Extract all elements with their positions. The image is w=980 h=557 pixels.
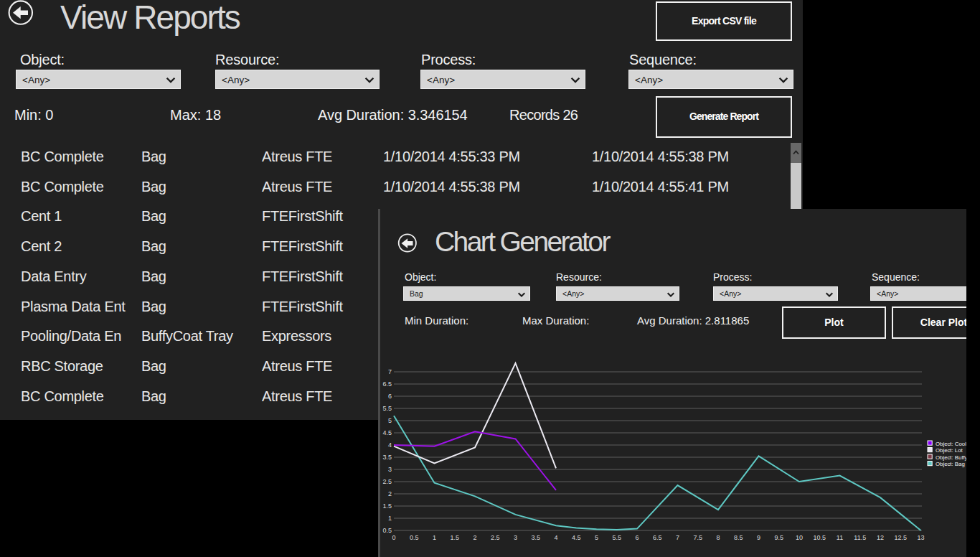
svg-text:7.5: 7.5 (694, 534, 703, 541)
svg-text:1.5: 1.5 (382, 502, 392, 510)
svg-text:6: 6 (388, 393, 392, 400)
svg-text:5: 5 (595, 534, 598, 541)
svg-text:0.5: 0.5 (410, 534, 419, 541)
svg-text:6: 6 (635, 534, 639, 541)
svg-text:3.5: 3.5 (532, 534, 541, 541)
svg-text:8.5: 8.5 (734, 534, 743, 541)
svg-text:Object: BuffyC: Object: BuffyC (936, 454, 966, 461)
svg-text:5.5: 5.5 (382, 405, 392, 412)
svg-text:7: 7 (388, 368, 392, 375)
svg-text:4.5: 4.5 (572, 534, 581, 541)
svg-text:12.5: 12.5 (894, 534, 907, 541)
svg-text:Object: Bag: Object: Bag (936, 461, 965, 467)
svg-text:12: 12 (877, 534, 884, 541)
svg-text:9: 9 (757, 534, 760, 541)
svg-text:0.5: 0.5 (382, 527, 392, 534)
svg-text:7: 7 (676, 534, 679, 541)
svg-text:1.5: 1.5 (451, 534, 460, 541)
svg-text:3.5: 3.5 (382, 454, 392, 461)
svg-text:4.5: 4.5 (382, 429, 392, 436)
svg-text:11: 11 (837, 534, 843, 541)
svg-text:8: 8 (716, 534, 720, 541)
svg-text:2.5: 2.5 (382, 478, 392, 485)
svg-text:4: 4 (388, 441, 392, 449)
svg-text:4: 4 (554, 534, 557, 541)
svg-text:6.5: 6.5 (653, 534, 662, 541)
svg-text:13: 13 (917, 534, 924, 541)
svg-text:2: 2 (388, 490, 392, 497)
svg-text:9.5: 9.5 (775, 534, 784, 541)
svg-text:6.5: 6.5 (382, 380, 392, 388)
svg-text:3: 3 (388, 466, 392, 473)
svg-text:3: 3 (514, 534, 517, 541)
svg-text:1: 1 (388, 515, 392, 522)
svg-text:10: 10 (796, 534, 803, 541)
svg-text:5.5: 5.5 (613, 534, 622, 541)
svg-text:2: 2 (473, 534, 476, 541)
svg-text:11.5: 11.5 (854, 534, 866, 541)
svg-text:Object: Lot: Object: Lot (936, 447, 963, 454)
svg-text:1: 1 (433, 534, 436, 541)
svg-text:0: 0 (392, 534, 395, 541)
svg-text:10.5: 10.5 (813, 534, 826, 541)
svg-text:5: 5 (388, 417, 392, 424)
svg-text:2.5: 2.5 (491, 534, 500, 541)
svg-text:Object: Coole: Object: Coole (936, 441, 966, 447)
